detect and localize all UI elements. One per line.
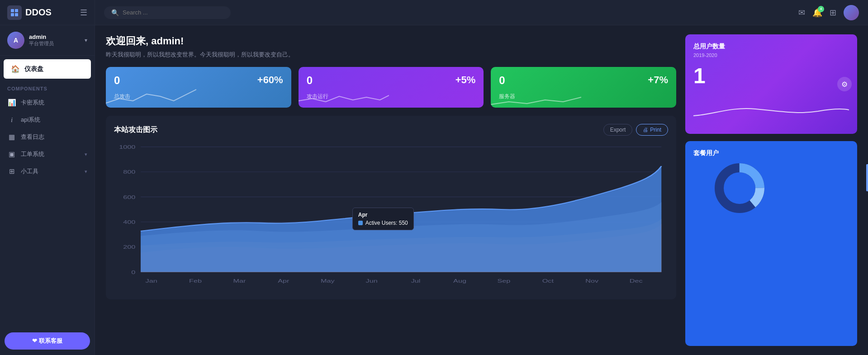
chart-section: 本站攻击图示 Export 🖨 Print: [106, 116, 676, 299]
chart-title: 本站攻击图示: [114, 125, 157, 135]
total-users-period: 2019-2020: [693, 52, 849, 58]
chart-icon: 📊: [7, 99, 16, 107]
users-wave-chart: [693, 95, 849, 123]
sidebar-item-view-log[interactable]: ▦ 查看日志: [0, 128, 95, 146]
total-users-title: 总用户数量: [693, 43, 849, 51]
svg-text:Dec: Dec: [630, 278, 643, 284]
dashboard-label: 仪表盘: [24, 65, 43, 73]
sidebar-item-api-system[interactable]: i api系统: [0, 111, 95, 128]
printer-icon: 🖨: [643, 127, 648, 133]
package-donut-chart: [693, 161, 849, 215]
search-input[interactable]: [123, 9, 222, 16]
export-button[interactable]: Export: [603, 124, 633, 136]
chart-actions: Export 🖨 Print: [603, 124, 668, 136]
servers-value: 0: [499, 74, 505, 87]
content-left: 欢迎回来, admin! 昨天我很聪明，所以我想改变世界。今天我很聪明，所以我要…: [106, 34, 676, 346]
logo-label: DDOS: [25, 7, 52, 18]
svg-text:200: 200: [123, 244, 135, 250]
sidebar-item-work-order[interactable]: ▣ 工单系统 ▾: [0, 146, 95, 163]
package-users-card: 套餐用户: [685, 141, 857, 346]
layers-icon[interactable]: ⊞: [830, 8, 836, 18]
user-info: admin 平台管理员: [29, 33, 80, 47]
mail-icon[interactable]: ✉: [798, 8, 805, 18]
svg-text:600: 600: [123, 194, 135, 200]
topbar: 🔍 ✉ 🔔 4 ⊞: [95, 0, 868, 25]
attack-running-percent: +5%: [455, 74, 476, 86]
svg-text:Jul: Jul: [411, 278, 421, 284]
topbar-right: ✉ 🔔 4 ⊞: [798, 5, 859, 20]
chevron-down-icon: ▾: [85, 151, 87, 157]
search-box[interactable]: 🔍: [104, 6, 231, 19]
svg-text:400: 400: [123, 219, 135, 225]
svg-text:Sep: Sep: [497, 278, 510, 284]
stat-card-total-attacks: 0 +60% 总攻击: [106, 67, 291, 108]
attack-running-value: 0: [307, 74, 313, 87]
avatar: A: [7, 32, 24, 49]
settings-icon[interactable]: ⚙: [837, 77, 852, 91]
svg-text:1000: 1000: [119, 144, 135, 150]
logo-icon: [7, 5, 22, 20]
nav-label-view-log: 查看日志: [21, 133, 44, 141]
svg-text:Jun: Jun: [366, 278, 378, 284]
svg-text:Feb: Feb: [189, 278, 202, 284]
logo: DDOS: [7, 5, 52, 20]
nav-label-tools: 小工具: [21, 167, 38, 175]
servers-percent: +7%: [648, 74, 668, 86]
svg-rect-1: [15, 9, 18, 12]
svg-text:Aug: Aug: [453, 278, 466, 284]
sidebar-item-tools[interactable]: ⊞ 小工具 ▾: [0, 163, 95, 180]
sidebar-item-card-system[interactable]: 📊 卡密系统: [0, 94, 95, 111]
nav-label-api-system: api系统: [21, 116, 40, 124]
svg-text:May: May: [321, 278, 335, 284]
svg-rect-2: [11, 13, 14, 16]
scroll-indicator: [866, 164, 868, 191]
stat-card-servers: 0 +7% 服务器: [491, 67, 676, 108]
total-attacks-value: 0: [114, 74, 120, 87]
total-users-value: 1: [693, 63, 849, 88]
user-chevron-icon: ▾: [85, 37, 87, 43]
stat-cards: 0 +60% 总攻击 0 +5% 攻击运行: [106, 67, 676, 108]
page-content: 欢迎回来, admin! 昨天我很聪明，所以我想改变世界。今天我很聪明，所以我要…: [95, 25, 868, 355]
svg-text:Jan: Jan: [146, 278, 157, 284]
home-icon: 🏠: [11, 65, 20, 73]
user-role: 平台管理员: [29, 40, 80, 47]
sidebar: DDOS ☰ A admin 平台管理员 ▾ 🏠 仪表盘 COMPONENTS …: [0, 0, 95, 355]
hamburger-button[interactable]: ☰: [80, 8, 87, 18]
svg-text:Apr: Apr: [278, 278, 289, 284]
stat-card-attack-running: 0 +5% 攻击运行: [299, 67, 484, 108]
notification-badge: 4: [818, 6, 824, 12]
tools-icon: ⊞: [7, 167, 16, 175]
svg-text:0: 0: [131, 269, 135, 275]
chart-header: 本站攻击图示 Export 🖨 Print: [114, 124, 668, 136]
svg-text:Oct: Oct: [542, 278, 554, 284]
welcome-title: 欢迎回来, admin!: [106, 34, 676, 48]
svg-text:Nov: Nov: [585, 278, 599, 284]
content-right: 总用户数量 2019-2020 1 ⚙ 套餐用户: [685, 34, 857, 346]
main-area: 🔍 ✉ 🔔 4 ⊞ 欢迎回来, admin! 昨天我很聪明，所以我想改变世界。今…: [95, 0, 868, 355]
welcome-subtitle: 昨天我很聪明，所以我想改变世界。今天我很聪明，所以我要改变自己。: [106, 51, 676, 59]
chevron-down-icon-tools: ▾: [85, 169, 87, 175]
italic-icon: i: [7, 116, 16, 124]
components-section-label: COMPONENTS: [0, 80, 95, 94]
svg-text:800: 800: [123, 169, 135, 175]
tablet-icon: ▣: [7, 150, 16, 158]
avatar[interactable]: [844, 5, 859, 20]
nav-label-work-order: 工单系统: [21, 150, 44, 158]
sidebar-item-dashboard[interactable]: 🏠 仪表盘: [4, 59, 91, 79]
nav-label-card-system: 卡密系统: [21, 99, 44, 107]
package-users-title: 套餐用户: [693, 149, 849, 157]
user-name: admin: [29, 33, 80, 40]
notification-bell-icon[interactable]: 🔔 4: [812, 8, 822, 18]
svg-rect-3: [15, 13, 18, 16]
svg-rect-0: [11, 9, 14, 12]
grid-icon: ▦: [7, 133, 16, 141]
total-attacks-percent: +60%: [257, 74, 283, 86]
sidebar-logo: DDOS ☰: [0, 0, 95, 25]
chart-area: 1000 800 600 400 200 0: [114, 142, 668, 291]
total-users-card: 总用户数量 2019-2020 1 ⚙: [685, 34, 857, 134]
contact-support-button[interactable]: ❤ 联系客服: [5, 332, 90, 350]
print-button[interactable]: 🖨 Print: [636, 124, 668, 136]
user-profile[interactable]: A admin 平台管理员 ▾: [0, 25, 95, 56]
search-icon: 🔍: [111, 9, 119, 16]
chart-svg: 1000 800 600 400 200 0: [114, 142, 668, 291]
